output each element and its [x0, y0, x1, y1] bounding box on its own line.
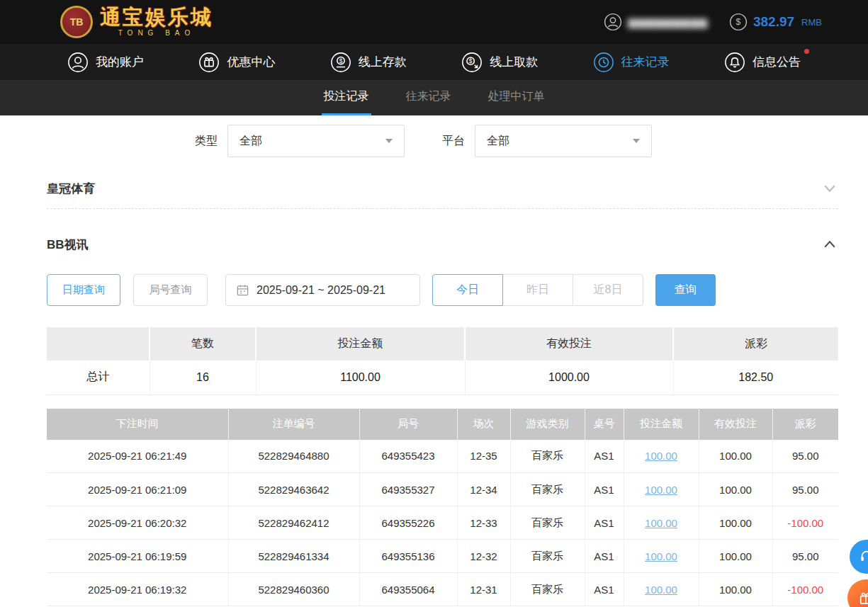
table-no-cell: AS1	[585, 506, 624, 540]
date-range-input[interactable]: 2025-09-21 ~ 2025-09-21	[225, 274, 420, 306]
bet-time-cell: 2025-09-21 06:21:49	[47, 440, 228, 473]
bet-amount-link[interactable]: 100.00	[645, 517, 677, 529]
table-row: 2025-09-21 06:19:59 522829461334 6493551…	[47, 540, 838, 573]
top-header: TB 通宝娱乐城 TONG BAO ▆▆▆▆▆▆▆▆▆ $ 382.97 RMB	[0, 0, 868, 44]
summary-bet-amount: 1100.00	[256, 361, 465, 395]
user-account[interactable]: ▆▆▆▆▆▆▆▆▆	[604, 13, 708, 31]
bet-amount-link[interactable]: 100.00	[645, 550, 677, 562]
table-no-cell: AS1	[585, 440, 624, 473]
balance-currency: RMB	[801, 17, 822, 28]
platform-select[interactable]: 全部	[475, 125, 652, 157]
table-no-cell: AS1	[585, 473, 624, 506]
payout-cell: -100.00	[772, 506, 838, 540]
type-filter-label: 类型	[195, 134, 218, 149]
summary-count: 16	[150, 361, 256, 395]
gift-fab-icon	[857, 589, 868, 607]
bet-amount-link[interactable]: 100.00	[645, 450, 677, 462]
session-cell: 12-32	[457, 540, 510, 573]
records-icon	[593, 52, 614, 73]
date-range-value: 2025-09-21 ~ 2025-09-21	[257, 284, 385, 297]
search-button[interactable]: 查询	[655, 274, 716, 306]
filter-row: 类型 全部 平台 全部	[47, 125, 838, 157]
round-query-button[interactable]: 局号查询	[133, 274, 208, 306]
nav-label: 线上存款	[359, 54, 407, 70]
round-id-cell: 649355327	[359, 473, 457, 506]
table-row: 2025-09-21 06:20:32 522829462412 6493552…	[47, 506, 838, 540]
summary-header-row: 笔数 投注金额 有效投注 派彩	[47, 327, 838, 361]
date-query-button[interactable]: 日期查询	[47, 274, 120, 306]
section-divider	[47, 208, 838, 209]
svg-text:$: $	[469, 57, 473, 64]
logo-subtitle: TONG BAO	[100, 29, 213, 37]
round-id-cell: 649355423	[359, 440, 457, 473]
today-button[interactable]: 今日	[432, 274, 503, 306]
col-header-payout: 派彩	[772, 409, 838, 440]
nav-item-promotions[interactable]: 优惠中心	[198, 52, 275, 73]
section-crown-sports: 皇冠体育	[47, 178, 838, 198]
withdraw-icon: $	[461, 52, 483, 73]
collapse-chevron-up-icon[interactable]	[821, 236, 838, 253]
tab-transaction-records[interactable]: 往来记录	[404, 80, 453, 115]
type-select[interactable]: 全部	[227, 125, 405, 157]
tab-bet-records[interactable]: 投注记录	[322, 80, 371, 115]
valid-bet-cell: 100.00	[699, 473, 772, 506]
last8days-button[interactable]: 近8日	[573, 274, 643, 306]
game-type-cell: 百家乐	[510, 573, 585, 606]
balance[interactable]: $ 382.97 RMB	[729, 13, 822, 31]
page-content: 类型 全部 平台 全部 皇冠体育 BB视讯 日期查询 局号查询	[0, 115, 868, 606]
nav-item-announcements[interactable]: 信息公告	[724, 52, 801, 73]
chevron-down-icon	[633, 139, 640, 143]
valid-bet-cell: 100.00	[699, 440, 772, 473]
summary-payout: 182.50	[673, 361, 838, 395]
balance-amount: 382.97	[753, 14, 794, 30]
nav-label: 信息公告	[753, 54, 801, 70]
user-icon	[604, 13, 622, 31]
valid-bet-cell: 100.00	[699, 540, 772, 573]
headset-icon	[857, 548, 868, 566]
table-row: 2025-09-21 06:21:49 522829464880 6493554…	[47, 440, 838, 473]
bet-amount-link[interactable]: 100.00	[645, 584, 677, 596]
logo-title: 通宝娱乐城	[100, 7, 213, 28]
game-type-cell: 百家乐	[510, 473, 585, 506]
table-no-cell: AS1	[585, 540, 624, 573]
round-id-cell: 649355226	[359, 506, 457, 540]
record-tabs: 投注记录 往来记录 处理中订单	[0, 80, 868, 115]
payout-cell: 95.00	[772, 473, 838, 506]
valid-bet-cell: 100.00	[699, 573, 772, 606]
svg-text:$: $	[339, 57, 342, 64]
summary-col-bet-amount: 投注金额	[256, 327, 465, 361]
bet-id-cell: 522829462412	[228, 506, 359, 540]
col-header-session: 场次	[457, 409, 510, 440]
nav-item-withdraw[interactable]: $ 线上取款	[461, 52, 538, 73]
logo-coin-text: TB	[70, 16, 84, 28]
summary-row-label: 总计	[47, 361, 150, 395]
nav-item-my-account[interactable]: 我的账户	[67, 52, 144, 73]
summary-total-row: 总计 16 1100.00 1000.00 182.50	[47, 361, 838, 395]
chevron-down-icon	[385, 139, 393, 143]
nav-label: 我的账户	[96, 54, 144, 70]
expand-chevron-down-icon[interactable]	[821, 180, 838, 197]
payout-cell: 95.00	[772, 440, 838, 473]
table-row: 2025-09-21 06:21:09 522829463642 6493553…	[47, 473, 838, 506]
bb-section-title: BB视讯	[47, 237, 89, 253]
tab-processing-orders[interactable]: 处理中订单	[486, 80, 547, 115]
col-header-game: 游戏类别	[510, 409, 585, 440]
session-cell: 12-33	[457, 506, 510, 540]
summary-col-valid-bet: 有效投注	[465, 327, 673, 361]
site-logo[interactable]: TB 通宝娱乐城 TONG BAO	[60, 6, 213, 38]
yesterday-button[interactable]: 昨日	[502, 274, 573, 306]
game-type-cell: 百家乐	[510, 540, 585, 573]
payout-cell: 95.00	[772, 540, 838, 573]
col-header-bet-id: 注单编号	[228, 409, 359, 440]
nav-label: 线上取款	[490, 54, 538, 70]
table-row: 2025-09-21 06:19:32 522829460360 6493550…	[47, 573, 838, 606]
svg-text:$: $	[736, 17, 741, 27]
section-bb-video: BB视讯	[47, 234, 838, 254]
nav-item-records[interactable]: 往来记录	[593, 52, 670, 73]
nav-label: 往来记录	[621, 54, 670, 70]
account-icon	[67, 52, 89, 73]
nav-item-deposit[interactable]: $ 线上存款	[330, 52, 407, 73]
bet-amount-link[interactable]: 100.00	[645, 484, 677, 496]
crown-section-title: 皇冠体育	[47, 181, 95, 197]
valid-bet-cell: 100.00	[699, 506, 772, 540]
